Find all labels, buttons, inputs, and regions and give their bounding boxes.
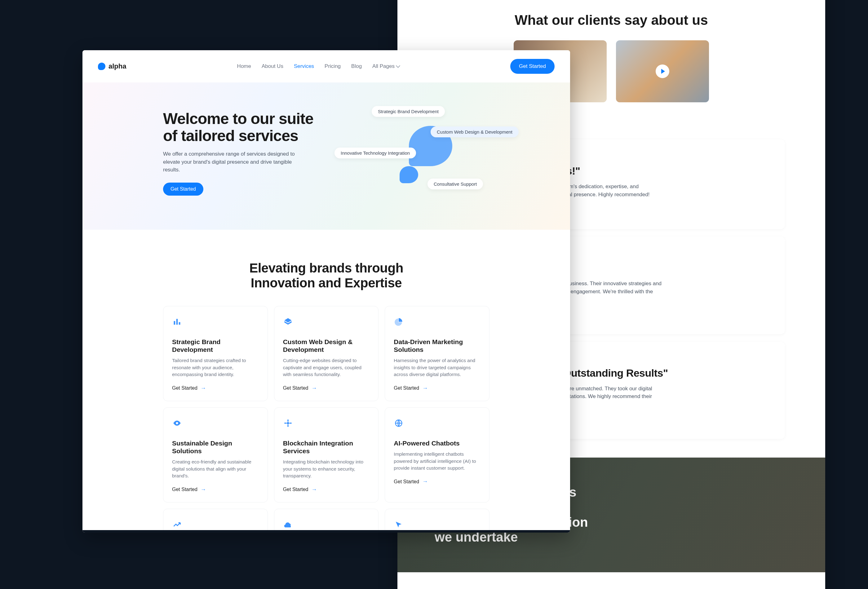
nav-item-allpages[interactable]: All Pages [372, 63, 400, 69]
svg-rect-0 [174, 321, 176, 325]
hero-pill: Innovative Technology Integration [335, 148, 416, 158]
bars-icon [172, 317, 182, 327]
svg-point-4 [284, 422, 286, 424]
link-label: Get Started [394, 385, 419, 391]
service-card-link[interactable]: Get Started→ [172, 486, 259, 493]
link-label: Get Started [283, 487, 309, 492]
nav-item-blog[interactable]: Blog [351, 63, 362, 69]
globe-icon [394, 418, 404, 428]
service-title: Strategic Brand Development [172, 338, 259, 353]
hero-pill: Custom Web Design & Development [431, 127, 519, 137]
service-desc: Implementing intelligent chatbots powere… [394, 451, 480, 471]
play-icon [655, 65, 669, 78]
service-card-link[interactable]: Get Started→ [283, 385, 370, 391]
cloud-icon [283, 520, 293, 530]
link-label: Get Started [394, 479, 419, 484]
service-card: Blockchain Integration Services Integrat… [274, 407, 379, 502]
svg-point-7 [287, 425, 289, 427]
service-card: Sustainable Design Solutions Creating ec… [163, 407, 268, 502]
service-title: Sustainable Design Solutions [172, 439, 259, 455]
layers-icon [283, 317, 293, 327]
hero-title-line: of tailored services [163, 127, 298, 145]
svg-point-3 [287, 422, 289, 424]
hero-section: Welcome to our suite of tailored service… [83, 83, 570, 230]
service-desc: Integrating blockchain technology into y… [283, 459, 370, 479]
arrow-right-icon: → [201, 486, 206, 493]
arrow-right-icon: → [201, 385, 206, 391]
svg-point-5 [290, 422, 292, 424]
services-grid: Strategic Brand Development Tailored bra… [83, 306, 570, 533]
service-title: Data-Driven Marketing Solutions [394, 338, 480, 353]
svg-rect-1 [176, 319, 178, 325]
hero-subtitle: We offer a comprehensive range of servic… [163, 150, 306, 174]
nav-item-about[interactable]: About Us [262, 63, 283, 69]
svg-point-6 [287, 419, 289, 421]
nav-links: Home About Us Services Pricing Blog All … [237, 63, 400, 69]
blob-shape-icon [400, 166, 418, 183]
eye-icon [172, 418, 182, 428]
services-section-title: Elevating brands through Innovation and … [240, 261, 413, 291]
link-label: Get Started [283, 385, 309, 391]
brand-name: alpha [108, 62, 126, 70]
service-card: Conversion Rate Optimization [163, 509, 268, 533]
service-card: Augmented Reality Solutions Leveraging a… [274, 509, 379, 533]
nav-item-label: All Pages [372, 63, 395, 69]
hero-pill: Strategic Brand Development [372, 106, 445, 117]
services-screen: alpha Home About Us Services Pricing Blo… [83, 50, 570, 533]
hero-title: Welcome to our suite of tailored service… [163, 110, 324, 145]
logo-mark-icon [98, 63, 105, 70]
service-card: Voice Interface Design Crafting engaging… [385, 509, 490, 533]
service-desc: Harnessing the power of analytics and in… [394, 357, 480, 378]
service-desc: Creating eco-friendly and sustainable di… [172, 459, 259, 479]
network-icon [283, 418, 293, 428]
nav-item-pricing[interactable]: Pricing [325, 63, 341, 69]
arrow-right-icon: → [422, 385, 428, 391]
chevron-down-icon [396, 63, 400, 68]
service-card: Strategic Brand Development Tailored bra… [163, 306, 268, 401]
service-card-link[interactable]: Get Started→ [394, 478, 480, 485]
link-label: Get Started [172, 385, 198, 391]
service-desc: Tailored brand strategies crafted to res… [172, 357, 259, 378]
testimonial-video-2[interactable] [616, 40, 709, 102]
service-card-link[interactable]: Get Started→ [394, 385, 480, 391]
service-title: Blockchain Integration Services [283, 439, 370, 455]
service-card-link[interactable]: Get Started→ [283, 486, 370, 493]
hero-graphic: Strategic Brand Development Custom Web D… [307, 104, 524, 200]
service-card-link[interactable]: Get Started→ [172, 385, 259, 391]
hero-pill: Consultative Support [428, 179, 483, 189]
arrow-right-icon: → [311, 385, 317, 391]
pie-chart-icon [394, 317, 404, 327]
arrow-right-icon: → [311, 486, 317, 493]
link-label: Get Started [172, 487, 198, 492]
nav-item-home[interactable]: Home [237, 63, 251, 69]
service-title: AI-Powered Chatbots [394, 439, 480, 447]
hero-cta-button[interactable]: Get Started [163, 183, 203, 196]
hero-title-line: Welcome to our suite [163, 110, 313, 127]
service-title: Custom Web Design & Development [283, 338, 370, 353]
nav-cta-button[interactable]: Get Started [510, 59, 555, 74]
navbar: alpha Home About Us Services Pricing Blo… [83, 50, 570, 83]
service-desc: Cutting-edge websites designed to captiv… [283, 357, 370, 378]
testimonials-heading: What our clients say about us [438, 12, 785, 28]
service-card: Custom Web Design & Development Cutting-… [274, 306, 379, 401]
arrow-right-icon: → [422, 478, 428, 485]
svg-rect-2 [179, 322, 180, 325]
trend-up-icon [172, 520, 182, 530]
nav-item-services[interactable]: Services [294, 63, 314, 69]
brand-logo[interactable]: alpha [98, 62, 126, 70]
cursor-icon [394, 520, 404, 530]
service-card: AI-Powered Chatbots Implementing intelli… [385, 407, 490, 502]
service-card: Data-Driven Marketing Solutions Harnessi… [385, 306, 490, 401]
